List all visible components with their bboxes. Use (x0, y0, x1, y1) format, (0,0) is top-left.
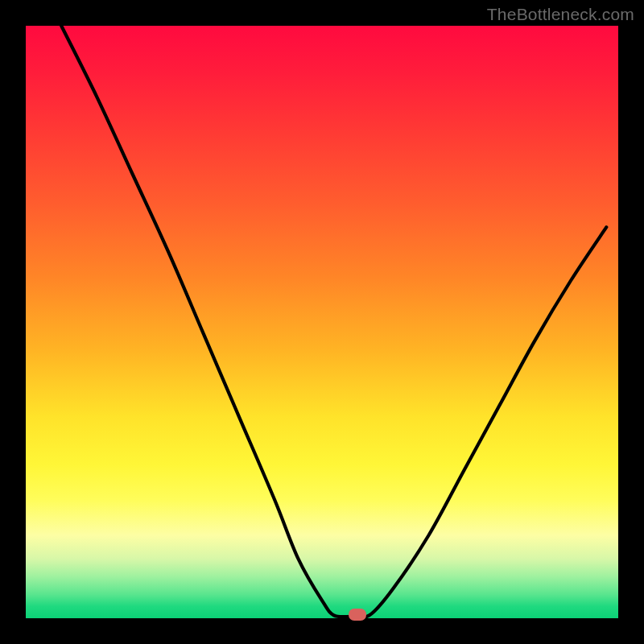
watermark-text: TheBottleneck.com (487, 5, 634, 24)
plot-area (26, 26, 618, 618)
chart-frame: TheBottleneck.com (0, 0, 644, 644)
bottleneck-curve (26, 26, 618, 618)
minimum-marker (349, 609, 366, 621)
